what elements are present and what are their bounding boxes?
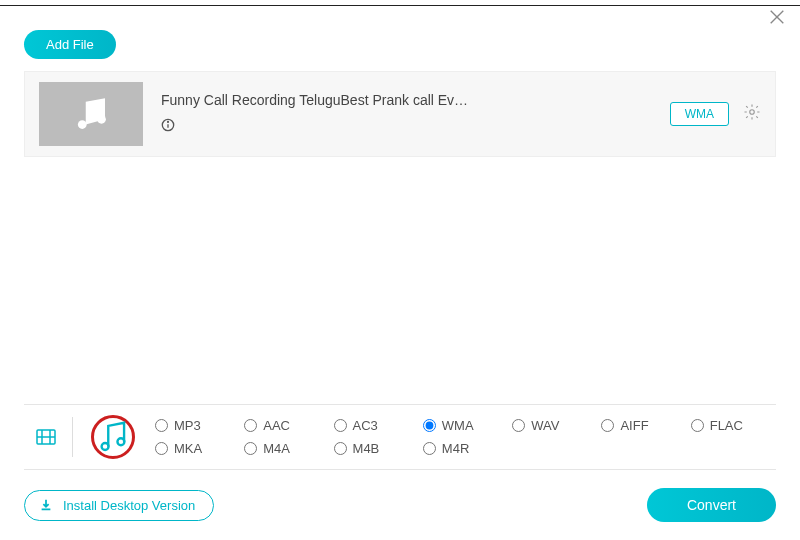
- format-selector: MP3AACAC3WMAWAVAIFFFLACMKAM4AM4BM4R: [24, 404, 776, 470]
- format-option-m4a[interactable]: M4A: [244, 441, 329, 456]
- close-button[interactable]: [768, 8, 786, 30]
- format-radio[interactable]: [155, 419, 168, 432]
- settings-gear-icon[interactable]: [743, 103, 761, 125]
- format-option-aac[interactable]: AAC: [244, 418, 329, 433]
- format-radio[interactable]: [512, 419, 525, 432]
- separator: [72, 417, 73, 457]
- install-desktop-button[interactable]: Install Desktop Version: [24, 490, 214, 521]
- audio-tab-highlighted[interactable]: [91, 415, 135, 459]
- format-radio[interactable]: [155, 442, 168, 455]
- format-option-m4b[interactable]: M4B: [334, 441, 419, 456]
- format-label: WAV: [531, 418, 559, 433]
- format-label: AC3: [353, 418, 378, 433]
- format-radio[interactable]: [691, 419, 704, 432]
- format-option-wma[interactable]: WMA: [423, 418, 508, 433]
- format-option-m4r[interactable]: M4R: [423, 441, 508, 456]
- format-label: M4A: [263, 441, 290, 456]
- svg-point-3: [97, 115, 106, 124]
- format-label: AIFF: [620, 418, 648, 433]
- add-file-button[interactable]: Add File: [24, 30, 116, 59]
- format-radio[interactable]: [423, 442, 436, 455]
- svg-point-6: [168, 122, 169, 123]
- format-radio[interactable]: [244, 419, 257, 432]
- file-title: Funny Call Recording TeluguBest Prank ca…: [161, 92, 481, 108]
- format-label: MKA: [174, 441, 202, 456]
- format-radio[interactable]: [334, 442, 347, 455]
- music-note-icon: [94, 418, 132, 456]
- format-label: WMA: [442, 418, 474, 433]
- format-radio[interactable]: [244, 442, 257, 455]
- video-tab-icon[interactable]: [24, 425, 68, 449]
- format-badge[interactable]: WMA: [670, 102, 729, 126]
- format-option-ac3[interactable]: AC3: [334, 418, 419, 433]
- file-item: Funny Call Recording TeluguBest Prank ca…: [24, 71, 776, 157]
- format-radio[interactable]: [423, 419, 436, 432]
- svg-point-13: [117, 438, 124, 445]
- format-label: MP3: [174, 418, 201, 433]
- format-radio[interactable]: [601, 419, 614, 432]
- info-icon[interactable]: [161, 118, 670, 136]
- format-label: AAC: [263, 418, 290, 433]
- format-option-mka[interactable]: MKA: [155, 441, 240, 456]
- format-option-wav[interactable]: WAV: [512, 418, 597, 433]
- format-option-flac[interactable]: FLAC: [691, 418, 776, 433]
- format-label: FLAC: [710, 418, 743, 433]
- format-option-aiff[interactable]: AIFF: [601, 418, 686, 433]
- convert-button[interactable]: Convert: [647, 488, 776, 522]
- install-label: Install Desktop Version: [63, 498, 195, 513]
- file-thumbnail: [39, 82, 143, 146]
- download-icon: [39, 498, 53, 512]
- format-radio[interactable]: [334, 419, 347, 432]
- svg-point-7: [750, 110, 755, 115]
- format-option-mp3[interactable]: MP3: [155, 418, 240, 433]
- svg-point-12: [102, 443, 109, 450]
- format-label: M4B: [353, 441, 380, 456]
- music-note-icon: [70, 93, 112, 135]
- format-label: M4R: [442, 441, 469, 456]
- svg-point-2: [78, 120, 87, 129]
